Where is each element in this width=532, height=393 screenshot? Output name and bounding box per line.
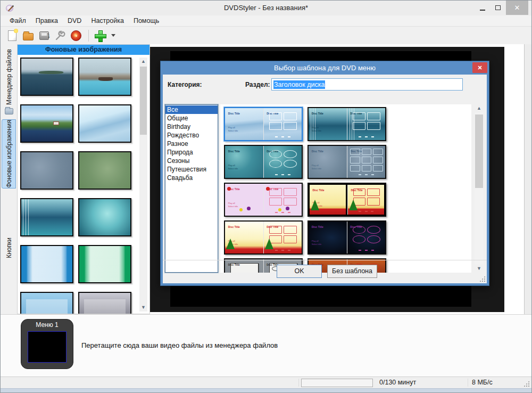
template-menu-links: Play allSelect title (228, 202, 238, 208)
bitrate-status: 8 МБ/с (472, 379, 493, 386)
template-grid: Disc TitlePlay allSelect titleDisc Title… (220, 104, 471, 273)
background-thumbnail-green-clouds[interactable] (78, 151, 131, 190)
capacity-progress-bar (301, 379, 373, 387)
dialog-title: Выбор шаблона для DVD меню (274, 64, 376, 72)
maximize-button[interactable] (491, 1, 505, 15)
template-disc-title: Disc Title (228, 150, 240, 153)
dialog-resize-grip[interactable] (479, 276, 485, 282)
template-nav-arrows (275, 174, 290, 175)
burn-disc-icon[interactable] (69, 29, 84, 43)
background-thumbnail-turquoise-texture[interactable] (78, 198, 131, 236)
settings-wrench-icon[interactable] (53, 29, 68, 43)
background-thumbnail-blue-gradient-frame[interactable] (20, 292, 73, 314)
category-item[interactable]: Разное (165, 140, 218, 148)
menu-item-dvd[interactable]: DVD (63, 16, 86, 26)
ok-button[interactable]: OK (277, 265, 322, 278)
template-nav-arrows (359, 250, 374, 251)
no-template-button[interactable]: Без шаблона (327, 265, 377, 278)
menu-item-settings[interactable]: Настройка (86, 16, 129, 26)
template-card-teal-texture[interactable]: Disc TitlePlay allSelect titleDisc Title (224, 145, 303, 179)
dialog-footer: OK Без шаблона (163, 260, 487, 283)
template-card-christmas-frame[interactable]: Disc TitlePlay allSelect titleDisc Title (307, 183, 386, 217)
backgrounds-panel: Фоновые изображения ▲ ▼ (17, 44, 150, 314)
sidebar-tabstrip: Менеджер файловФоновые изображенияКнопки (1, 44, 17, 314)
duration-status: 0/130 минут (379, 379, 416, 386)
background-thumbnail-sea-island-photo[interactable] (20, 58, 73, 96)
category-item[interactable]: Общие (165, 114, 218, 122)
template-title-page: Disc TitlePlay allSelect title (225, 222, 263, 253)
category-item[interactable]: Все (165, 105, 218, 114)
template-card-blue-waves[interactable]: Disc TitlePlay allSelect titleDisc Title (224, 107, 303, 141)
template-thumbnail-placeholders (350, 149, 383, 171)
add-menu-dropdown-icon[interactable] (111, 34, 115, 37)
template-nav-arrows (275, 250, 290, 251)
template-card-birthday-balloons[interactable]: Disc TitlePlay allSelect titleDisc Title (224, 183, 303, 217)
backgrounds-scrollbar[interactable]: ▲ ▼ (139, 58, 147, 312)
template-disc-title: Disc Title (228, 225, 240, 228)
category-label: Категория: (168, 81, 202, 88)
scroll-up-icon[interactable]: ▲ (475, 104, 484, 112)
background-thumbnail-gray-gradient-frame[interactable] (78, 292, 131, 314)
menu-item-file[interactable]: Файл (5, 16, 31, 26)
category-item[interactable]: Путешествия (165, 165, 218, 174)
menu1-label: Меню 1 (21, 321, 73, 329)
open-folder-icon[interactable] (21, 29, 36, 43)
toolbar (1, 27, 531, 44)
template-thumbnail-placeholders (269, 112, 297, 130)
scrollbar-thumb[interactable] (475, 114, 483, 188)
new-project-icon[interactable] (5, 29, 20, 43)
template-thumbnail-placeholders (353, 226, 381, 244)
background-thumbnail-blue-side-bars[interactable] (20, 245, 73, 283)
save-project-icon[interactable] (37, 29, 52, 43)
sidebar-tab-file-manager[interactable]: Менеджер файлов (2, 47, 16, 116)
statusbar-divider (298, 379, 299, 387)
template-card-christmas-tree[interactable]: Disc TitlePlay allSelect titleDisc Title (224, 220, 303, 255)
scrollbar-thumb[interactable] (140, 67, 147, 135)
template-scrollbar[interactable]: ▲ ▼ (475, 104, 484, 273)
window-resize-grip[interactable] (523, 381, 529, 387)
menu-item-edit[interactable]: Правка (31, 16, 63, 26)
template-chapter-page: Disc Title (263, 108, 302, 140)
statusbar-divider (468, 379, 468, 387)
scroll-down-icon[interactable]: ▼ (139, 304, 147, 312)
template-card-dark-swirl[interactable]: Disc TitlePlay allSelect titleDisc Title (307, 220, 386, 255)
minimize-button[interactable] (476, 1, 489, 15)
background-thumbnail-teal-stripes[interactable] (20, 198, 73, 236)
category-item[interactable]: Сезоны (165, 157, 218, 165)
background-thumbnail-lake-house-photo[interactable] (20, 104, 73, 143)
template-card-teal-stripes[interactable]: Disc TitlePlay allSelect titleDisc Title (307, 107, 386, 141)
section-input[interactable]: Заголовок диска (271, 78, 463, 91)
sidebar-tab-buttons[interactable]: Кнопки (2, 231, 16, 264)
add-menu-plus-icon[interactable] (93, 29, 107, 43)
category-list[interactable]: ВсеОбщиеBirthdayРождествоРазноеПриродаСе… (165, 104, 218, 273)
christmas-tree-decoration (349, 200, 358, 210)
template-card-gray-clouds[interactable]: Disc TitlePlay allSelect titleDisc Title (307, 145, 386, 179)
section-input-value: Заголовок диска (273, 80, 325, 89)
background-thumbnail-blue-waves-gradient[interactable] (78, 104, 131, 143)
template-menu-links: Play allSelect title (312, 164, 321, 170)
template-title-page: Disc TitlePlay allSelect title (309, 108, 347, 140)
template-nav-arrows (359, 211, 373, 212)
template-dialog: Выбор шаблона для DVD меню ✕ Категория: … (160, 61, 489, 286)
window-title: DVDStyler - Без названия* (1, 4, 531, 12)
menu-item-help[interactable]: Помощь (129, 16, 164, 26)
category-item[interactable]: Birthday (165, 122, 218, 131)
status-bar: 0/130 минут 8 МБ/с (1, 376, 531, 388)
category-item[interactable]: Рождество (165, 131, 218, 140)
background-thumbnail-boat-coast-photo[interactable] (78, 58, 131, 96)
close-button[interactable]: ✕ (506, 1, 528, 15)
sidebar-tab-backgrounds[interactable]: Фоновые изображения (2, 119, 16, 189)
menu1-thumbnail[interactable]: Меню 1 (21, 319, 73, 369)
category-item[interactable]: Свадьба (165, 174, 218, 182)
folder-icon (5, 108, 13, 114)
christmas-tree-decoration (265, 239, 273, 249)
background-thumbnail-gray-blue-clouds[interactable] (20, 151, 73, 190)
background-thumbnail-green-side-bars[interactable] (78, 245, 131, 283)
template-nav-arrows (275, 212, 290, 213)
dialog-close-button[interactable]: ✕ (472, 62, 487, 73)
balloon-decoration (266, 187, 270, 191)
category-item[interactable]: Природа (165, 148, 218, 157)
template-chapter-page: Disc Title (263, 146, 302, 178)
template-nav-arrows (275, 136, 290, 137)
scroll-up-icon[interactable]: ▲ (139, 58, 147, 66)
